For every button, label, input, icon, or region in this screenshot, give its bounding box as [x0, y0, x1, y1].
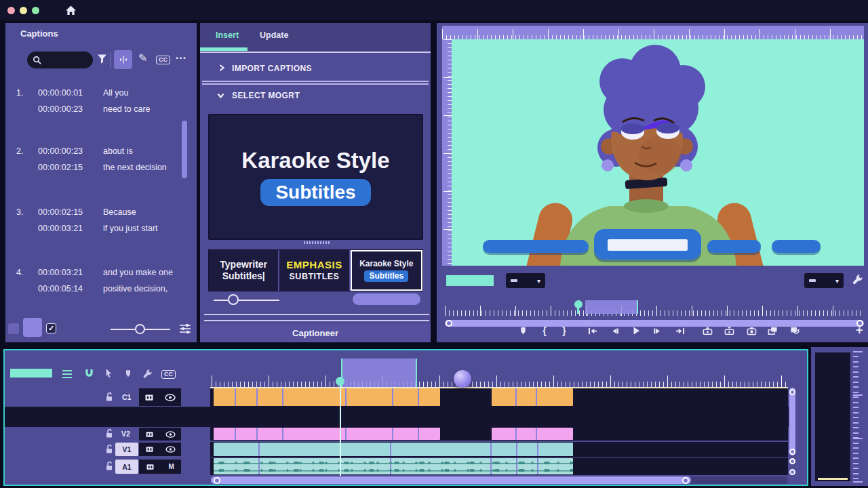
thumbnail-scrollbar[interactable] [353, 293, 420, 305]
caption-style-swatch-large[interactable] [23, 318, 42, 337]
track-label-v1-targeted[interactable]: V1 [115, 443, 138, 456]
minimize-window-button[interactable] [20, 7, 27, 14]
section-import-captions[interactable]: IMPORT CAPTIONS [232, 64, 312, 73]
caption-clip-group-1[interactable] [214, 388, 440, 406]
monitor-mini-timeline[interactable] [445, 304, 863, 317]
timeline-vscroll-handle[interactable] [789, 389, 795, 395]
lock-icon-v1[interactable] [105, 444, 113, 454]
track-lane-v1[interactable] [210, 442, 788, 457]
export-frame-button[interactable] [745, 325, 757, 337]
timeline-playhead[interactable] [340, 377, 341, 476]
track-lane-c1[interactable] [210, 388, 788, 407]
drag-handle[interactable] [304, 241, 331, 244]
video2-clip-group-1[interactable] [214, 428, 440, 440]
chevron-down-icon[interactable] [217, 92, 224, 99]
caption-row-4[interactable]: 4. 00:00:03:21 and you make one 00:00:05… [16, 268, 186, 300]
track-resize-handle[interactable] [789, 449, 795, 455]
captions-cc-icon[interactable]: CC [156, 56, 170, 64]
track-lane-a1[interactable] [210, 458, 788, 475]
timeline-vscroll-thumb[interactable] [789, 388, 795, 455]
home-icon[interactable] [65, 5, 77, 16]
monitor-loop-range[interactable] [585, 300, 638, 314]
extract-button[interactable] [723, 325, 735, 337]
sync-captions-button[interactable] [114, 50, 132, 69]
track-output-eye-icon[interactable] [165, 394, 176, 401]
multicam-toggle-button[interactable] [789, 325, 801, 337]
source-patch-icon[interactable] [145, 431, 154, 438]
thumbnail-zoom-slider-track[interactable] [214, 300, 279, 301]
filter-icon[interactable] [97, 54, 107, 64]
track-output-eye-icon[interactable] [165, 446, 176, 453]
zoom-window-button[interactable] [32, 7, 39, 14]
captions-track-icon[interactable] [144, 394, 154, 401]
caption-settings-icon[interactable] [179, 323, 191, 335]
caption-checkbox[interactable]: ✓ [46, 323, 56, 333]
lift-button[interactable] [701, 325, 713, 337]
button-editor-plus[interactable]: + [856, 323, 863, 338]
tab-update[interactable]: Update [260, 30, 288, 40]
caption-row-1[interactable]: 1. 00:00:00:01 All you 00:00:00:23 need … [16, 88, 186, 121]
lock-icon-v2[interactable] [105, 428, 113, 439]
track-resize-handle[interactable] [789, 469, 795, 475]
timeline-hscroll-handle-right[interactable] [682, 477, 689, 484]
caption-search-box[interactable] [27, 52, 93, 68]
add-marker-button[interactable] [517, 325, 529, 337]
caption-style-swatch-small[interactable] [8, 323, 19, 334]
selection-tool-icon[interactable] [104, 368, 113, 378]
monitor-playhead[interactable] [574, 300, 583, 308]
mogrt-thumb-emphasis[interactable]: EMPHASIS SUBTITLES [279, 250, 350, 291]
playback-resolution-dropdown[interactable]: ▾ [804, 273, 844, 288]
timeline-playhead-handle[interactable] [336, 377, 344, 386]
mark-in-button[interactable]: { [538, 325, 551, 337]
monitor-scrollbar-handle-left[interactable] [446, 320, 452, 327]
track-label-a1-targeted[interactable]: A1 [115, 460, 138, 474]
program-monitor-video[interactable] [452, 39, 864, 266]
more-options-icon[interactable]: … [175, 49, 187, 62]
mogrt-thumb-typewriter[interactable]: Typewriter Subtitles| [209, 250, 279, 291]
track-label-v2[interactable]: V2 [121, 430, 130, 438]
timeline-selection-range[interactable] [341, 359, 417, 387]
thumbnail-zoom-slider-knob[interactable] [228, 294, 239, 305]
timeline-wrench-icon[interactable] [142, 369, 153, 379]
audio1-clip-group[interactable] [214, 458, 573, 474]
mogrt-preview[interactable]: Karaoke Style Subtitles [208, 114, 423, 240]
resolution-dropdown[interactable]: ▾ [506, 273, 545, 288]
tab-insert[interactable]: Insert [216, 30, 239, 40]
timeline-ruler[interactable] [212, 355, 788, 387]
go-to-in-button[interactable] [586, 325, 598, 337]
caption-zoom-slider-knob[interactable] [135, 324, 145, 334]
video1-clip-group[interactable] [214, 443, 573, 456]
caption-clip-group-2[interactable] [492, 388, 573, 406]
edit-pencil-icon[interactable]: ✎ [138, 52, 147, 64]
timeline-hscroll-thumb[interactable] [211, 476, 691, 484]
mogrt-thumb-karaoke-selected[interactable]: Karaoke Style Subtitles [351, 250, 422, 291]
caption-row-2[interactable]: 2. 00:00:00:23 about is 00:00:02:15 the … [16, 146, 186, 179]
timeline-hscroll-handle-left[interactable] [214, 477, 220, 484]
marker-icon[interactable] [124, 369, 132, 378]
lock-icon-c1[interactable] [105, 392, 113, 402]
timeline-settings-icon[interactable] [62, 370, 72, 378]
track-lane-v2[interactable] [210, 427, 788, 441]
play-button[interactable] [630, 325, 642, 337]
timeline-cc-icon[interactable]: CC [161, 370, 176, 379]
caption-row-3[interactable]: 3. 00:00:02:15 Because 00:00:03:21 if yo… [16, 207, 186, 240]
section-select-mogrt[interactable]: SELECT MOGRT [232, 91, 300, 100]
snap-magnet-icon[interactable] [84, 368, 94, 379]
mark-out-button[interactable]: } [558, 325, 570, 337]
track-label-c1[interactable]: C1 [122, 393, 131, 401]
comparison-view-button[interactable] [766, 325, 778, 337]
step-forward-button[interactable] [652, 325, 664, 337]
lock-icon-a1[interactable] [105, 461, 113, 471]
go-to-out-button[interactable] [674, 325, 686, 337]
mute-track-button[interactable]: M [168, 463, 174, 470]
track-output-eye-icon[interactable] [165, 431, 176, 438]
step-back-button[interactable] [608, 325, 620, 337]
chevron-right-icon[interactable] [218, 64, 225, 71]
captions-scrollbar[interactable] [182, 121, 187, 178]
video2-clip-group-2[interactable] [492, 428, 573, 440]
caption-search-input[interactable] [45, 56, 87, 65]
source-patch-icon[interactable] [146, 464, 155, 470]
track-resize-handle[interactable] [789, 458, 795, 464]
source-patch-icon[interactable] [145, 446, 154, 453]
drag-marker-ball[interactable] [454, 370, 471, 388]
